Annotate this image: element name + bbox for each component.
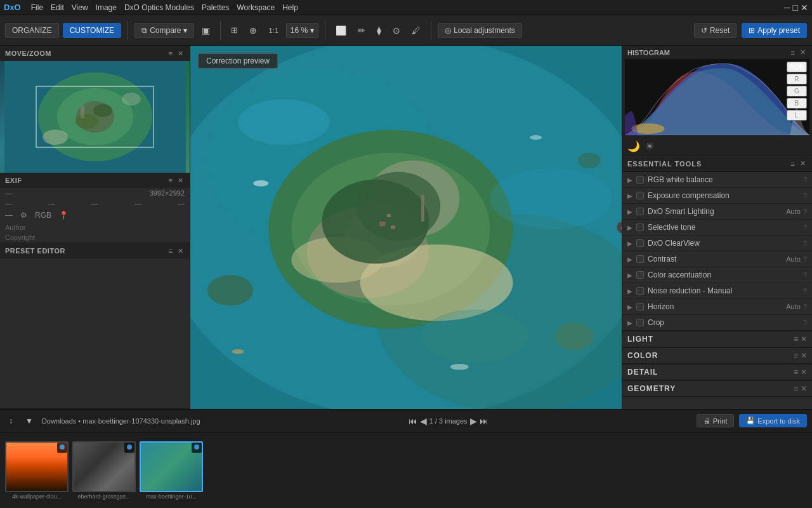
- tool-row-clearview[interactable]: ▶ DxO ClearView ?: [622, 236, 812, 251]
- checkbox-exposure[interactable]: [636, 192, 644, 199]
- checkbox-smart-lighting[interactable]: [636, 208, 644, 215]
- tool-row-contrast[interactable]: ▶ Contrast Auto ?: [622, 251, 812, 267]
- section-bar-color[interactable]: COLOR ≡ ✕: [622, 347, 812, 364]
- svg-point-7: [122, 93, 141, 105]
- help-exposure[interactable]: ?: [803, 192, 807, 199]
- move-zoom-menu-button[interactable]: ≡: [167, 50, 174, 58]
- sort-button[interactable]: ↕: [5, 414, 16, 428]
- thumbnail-2[interactable]: eberhard-grossgas...: [72, 441, 136, 500]
- filter-button[interactable]: ▼: [22, 414, 37, 428]
- checkbox-clearview[interactable]: [636, 239, 644, 247]
- tool-row-smart-lighting[interactable]: ▶ DxO Smart Lighting Auto ?: [622, 204, 812, 220]
- help-selective-tone[interactable]: ?: [803, 224, 807, 231]
- last-image-button[interactable]: ⏭: [480, 416, 488, 426]
- channel-l-button[interactable]: L: [787, 110, 807, 121]
- menu-image[interactable]: Image: [96, 3, 117, 12]
- help-horizon[interactable]: ?: [803, 303, 807, 311]
- checkbox-crop[interactable]: [636, 319, 644, 326]
- zoom-dropdown-button[interactable]: 16 % ▾: [286, 23, 318, 38]
- tool-row-noise-reduction[interactable]: ▶ Noise reduction - Manual ?: [622, 283, 812, 299]
- sun-icon-button[interactable]: ☀: [645, 140, 654, 152]
- tool-row-crop[interactable]: ▶ Crop ?: [622, 315, 812, 331]
- tool-row-selective-tone[interactable]: ▶ Selective tone ?: [622, 220, 812, 236]
- histogram-svg: [625, 59, 809, 135]
- help-color-accent[interactable]: ?: [803, 271, 807, 279]
- channel-rgb-button[interactable]: RGB: [787, 62, 807, 72]
- histogram-close-button[interactable]: ✕: [799, 48, 807, 57]
- main-image-area[interactable]: ◀: [190, 46, 622, 409]
- filmstrip-bar: ↕ ▼ Downloads • max-boettinger-1074330-u…: [0, 409, 812, 432]
- essential-tools-menu-button[interactable]: ≡: [790, 159, 796, 168]
- menu-view[interactable]: View: [72, 3, 88, 12]
- channel-b-button[interactable]: B: [787, 98, 807, 109]
- help-noise-reduction[interactable]: ?: [803, 287, 807, 295]
- menu-palettes[interactable]: Palettes: [202, 3, 229, 12]
- apply-preset-button[interactable]: ⊞ Apply preset: [742, 23, 807, 38]
- help-contrast[interactable]: ?: [803, 255, 807, 263]
- tool-row-color-accent[interactable]: ▶ Color accentuation ?: [622, 267, 812, 283]
- first-image-button[interactable]: ⏮: [409, 416, 417, 426]
- preset-editor-close-button[interactable]: ✕: [176, 247, 185, 255]
- tool-row-horizon[interactable]: ▶ Horizon Auto ?: [622, 299, 812, 315]
- histogram-menu-button[interactable]: ≡: [790, 48, 796, 57]
- center-area: Correction preview: [190, 46, 622, 409]
- section-bar-light[interactable]: LIGHT ≡ ✕: [622, 331, 812, 347]
- perspective-tool-button[interactable]: ⧫: [373, 23, 385, 38]
- section-bar-geometry[interactable]: GEOMETRY ≡ ✕: [622, 380, 812, 397]
- move-zoom-close-button[interactable]: ✕: [176, 50, 185, 58]
- organize-button[interactable]: ORGANIZE: [5, 23, 59, 38]
- menu-edit[interactable]: Edit: [51, 3, 64, 12]
- svg-rect-26: [421, 195, 424, 222]
- checkbox-horizon[interactable]: [636, 303, 644, 311]
- preset-editor-menu-button[interactable]: ≡: [167, 247, 174, 255]
- tool-row-exposure[interactable]: ▶ Exposure compensation ?: [622, 188, 812, 204]
- essential-tools-close-button[interactable]: ✕: [799, 159, 807, 168]
- fit-button[interactable]: ⊞: [227, 23, 242, 37]
- essential-tools-title: ESSENTIAL TOOLS: [627, 160, 702, 168]
- zoom-fit-button[interactable]: ⊕: [246, 23, 261, 38]
- thumbnail-3[interactable]: max-boettinger-10...: [140, 441, 203, 500]
- correction-preview-button[interactable]: Correction preview: [198, 53, 278, 69]
- retouch-tool-button[interactable]: ⊙: [389, 23, 404, 38]
- reset-button[interactable]: ↺ Reset: [694, 23, 737, 38]
- print-button[interactable]: 🖨 Print: [697, 414, 735, 427]
- tool-row-rgb-wb[interactable]: ▶ RGB white balance ?: [622, 172, 812, 188]
- checkbox-noise-reduction[interactable]: [636, 287, 644, 295]
- zoom-1-1-button[interactable]: 1:1: [265, 24, 282, 37]
- menu-workspace[interactable]: Workspace: [237, 3, 275, 12]
- customize-button[interactable]: CUSTOMIZE: [63, 23, 121, 38]
- export-button[interactable]: 💾 Export to disk: [739, 414, 807, 427]
- channel-g-button[interactable]: G: [787, 86, 807, 97]
- help-clearview[interactable]: ?: [803, 239, 807, 247]
- menu-dxo-optics[interactable]: DxO Optics Modules: [124, 3, 194, 12]
- local-adjustments-button[interactable]: ◎ Local adjustments: [438, 23, 522, 38]
- help-smart-lighting[interactable]: ?: [803, 208, 807, 215]
- next-image-button[interactable]: ▶: [470, 416, 477, 426]
- exif-menu-button[interactable]: ≡: [167, 177, 174, 185]
- preset-editor-controls: ≡ ✕: [167, 247, 185, 255]
- prev-image-button[interactable]: ◀: [420, 416, 427, 426]
- menu-help[interactable]: Help: [282, 3, 298, 12]
- crop-tool-button[interactable]: ⬜: [332, 23, 350, 38]
- maximize-button[interactable]: □: [793, 3, 798, 13]
- help-rgb-wb[interactable]: ?: [803, 176, 807, 184]
- checkbox-rgb-wb[interactable]: [636, 176, 644, 184]
- minimize-button[interactable]: ─: [784, 3, 790, 13]
- color-picker-button[interactable]: 🖊: [408, 23, 424, 38]
- checkbox-contrast[interactable]: [636, 255, 644, 263]
- exif-close-button[interactable]: ✕: [176, 177, 185, 185]
- help-crop[interactable]: ?: [803, 319, 807, 326]
- straighten-tool-button[interactable]: ✏: [354, 23, 369, 38]
- checkbox-color-accent[interactable]: [636, 271, 644, 279]
- exif-dash-1: —: [5, 189, 12, 197]
- channel-r-button[interactable]: R: [787, 74, 807, 84]
- section-bar-detail[interactable]: DETAIL ≡ ✕: [622, 364, 812, 380]
- split-view-button[interactable]: ▣: [198, 23, 214, 38]
- compare-button[interactable]: ⧉ Compare ▾: [134, 23, 194, 38]
- close-button[interactable]: ✕: [801, 3, 808, 13]
- svg-point-36: [578, 153, 601, 168]
- checkbox-selective-tone[interactable]: [636, 224, 644, 231]
- moon-icon-button[interactable]: 🌙: [627, 140, 640, 152]
- thumbnail-1[interactable]: 4k-wallpaper-clou...: [5, 441, 69, 500]
- menu-file[interactable]: File: [31, 3, 43, 12]
